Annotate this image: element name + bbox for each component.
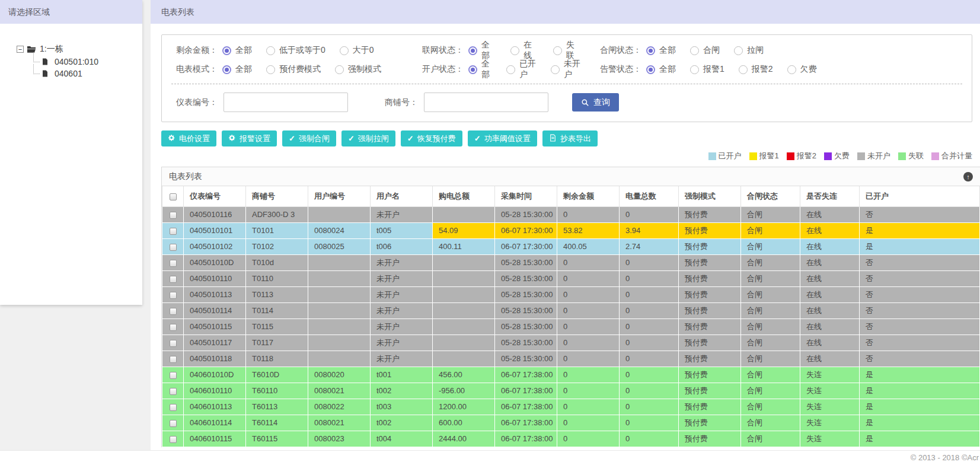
restore-prepaid-button[interactable]: ✓恢复预付费: [401, 130, 462, 146]
radio-option[interactable]: 在线: [510, 40, 538, 61]
filter-panel: 剩余金额：全部低于或等于0大于0联网状态：全部在线失联合闸状态：全部合闸拉闸电表…: [161, 34, 972, 122]
table-cell: 是: [860, 367, 980, 383]
alarm-setting-button[interactable]: 报警设置: [222, 130, 277, 146]
dashed-divider: [171, 84, 962, 84]
table-cell: 预付费: [679, 367, 741, 383]
export-button[interactable]: 抄表导出: [542, 130, 598, 146]
table-cell: 在线: [800, 238, 860, 254]
column-header: 已开户: [860, 186, 980, 206]
radio-option[interactable]: 预付费模式: [266, 64, 321, 75]
table-cell: T60110: [246, 383, 308, 399]
radio-option[interactable]: 全部: [222, 45, 252, 56]
row-checkbox[interactable]: [170, 340, 177, 347]
force-open-button[interactable]: ✓强制拉闸: [341, 130, 395, 146]
radio-option[interactable]: 未开户: [551, 59, 581, 80]
row-checkbox[interactable]: [170, 244, 177, 251]
table-cell: 05-28 15:30:00: [495, 302, 557, 319]
table-cell: T0101: [246, 222, 308, 238]
table-cell: [308, 302, 371, 319]
table-cell: t003: [371, 399, 433, 415]
row-checkbox-cell: [162, 222, 184, 238]
table-cell: 0: [557, 415, 620, 431]
radio-option[interactable]: 合闸: [690, 45, 720, 56]
table-cell: 05-28 15:30:00: [495, 270, 557, 286]
row-checkbox[interactable]: [170, 308, 177, 315]
radio-label: 大于0: [353, 45, 374, 56]
radio-option[interactable]: 欠费: [787, 64, 817, 75]
force-close-button[interactable]: ✓强制合闸: [282, 130, 336, 146]
query-button[interactable]: 查询: [572, 93, 619, 112]
radio-icon: [222, 46, 231, 55]
main-content: 剩余金额：全部低于或等于0大于0联网状态：全部在线失联合闸状态：全部合闸拉闸电表…: [151, 24, 980, 450]
power-threshold-button[interactable]: ✓功率阈值设置: [468, 130, 537, 146]
filter-group-label: 电表模式：: [171, 64, 218, 75]
toolbar: 电价设置报警设置✓强制合闸✓强制拉闸✓恢复预付费✓功率阈值设置抄表导出: [161, 130, 980, 146]
radio-option[interactable]: 全部: [646, 64, 676, 75]
radio-option[interactable]: 全部: [222, 64, 252, 75]
table-cell: 0405010115: [184, 319, 246, 335]
radio-option[interactable]: 全部: [646, 45, 676, 56]
table-row: 0405010102T01020080025t006400.1106-07 17…: [162, 238, 980, 254]
radio-option[interactable]: 报警2: [739, 64, 773, 75]
meter-no-input[interactable]: [224, 93, 348, 112]
table-cell: 预付费: [679, 222, 741, 238]
tree-node-meter[interactable]: 040501:010: [32, 56, 142, 68]
radio-option[interactable]: 全部: [468, 59, 492, 80]
radio-option[interactable]: 已开户: [506, 59, 537, 80]
gear-icon: [168, 134, 175, 144]
row-checkbox[interactable]: [170, 228, 177, 235]
table-cell: 预付费: [679, 351, 741, 367]
radio-option[interactable]: 强制模式: [335, 64, 381, 75]
table-cell: 0405010102: [184, 238, 246, 254]
row-checkbox[interactable]: [170, 420, 177, 427]
tree-collapse-icon[interactable]: −: [17, 46, 24, 53]
radio-option[interactable]: 拉闸: [734, 45, 764, 56]
row-checkbox[interactable]: [170, 292, 177, 299]
table-cell: T6010D: [246, 367, 308, 383]
radio-icon: [340, 46, 349, 55]
row-checkbox-cell: [162, 238, 184, 254]
column-header: 剩余金额: [557, 186, 620, 206]
collapse-panel-icon[interactable]: ↑: [963, 172, 973, 181]
row-checkbox[interactable]: [170, 404, 177, 411]
table-cell: 预付费: [679, 383, 741, 399]
shop-no-input[interactable]: [424, 93, 548, 112]
select-all-checkbox[interactable]: [170, 193, 177, 200]
toolbar-button-label: 报警设置: [240, 133, 270, 144]
table-cell: 05-28 15:30:00: [495, 254, 557, 270]
radio-option[interactable]: 全部: [468, 40, 496, 61]
row-checkbox[interactable]: [170, 212, 177, 219]
row-checkbox[interactable]: [170, 372, 177, 379]
table-cell: 0: [557, 367, 620, 383]
table-cell: 0405010118: [184, 351, 246, 367]
row-checkbox[interactable]: [170, 388, 177, 395]
table-cell: 否: [860, 319, 980, 335]
radio-icon: [787, 65, 796, 74]
tree-node-meter[interactable]: 040601: [32, 68, 142, 79]
table-cell: 06-07 17:38:00: [495, 399, 557, 415]
radio-label: 全部: [659, 45, 676, 56]
row-checkbox[interactable]: [170, 324, 177, 331]
row-checkbox-cell: [162, 351, 184, 367]
price-setting-button[interactable]: 电价设置: [161, 130, 216, 146]
row-checkbox[interactable]: [170, 260, 177, 267]
radio-option[interactable]: 低于或等于0: [266, 45, 325, 56]
table-cell: 未开户: [371, 206, 433, 222]
table-cell: 在线: [800, 206, 860, 222]
table-cell: [308, 286, 371, 302]
radio-option[interactable]: 大于0: [340, 45, 374, 56]
radio-option[interactable]: 报警1: [690, 64, 724, 75]
row-checkbox[interactable]: [170, 276, 177, 283]
row-checkbox[interactable]: [170, 436, 177, 443]
table-cell: 否: [860, 335, 980, 351]
table-cell: 在线: [800, 254, 860, 270]
region-panel-title: 请选择区域: [0, 0, 142, 24]
table-cell: 0: [620, 399, 679, 415]
row-checkbox[interactable]: [170, 356, 177, 363]
legend-swatch: [749, 152, 757, 160]
column-header: 合闸状态: [741, 186, 800, 206]
radio-label: 强制模式: [348, 64, 381, 75]
table-cell: 0: [557, 431, 620, 447]
radio-option[interactable]: 失联: [553, 40, 581, 61]
table-cell: 0: [620, 286, 679, 302]
